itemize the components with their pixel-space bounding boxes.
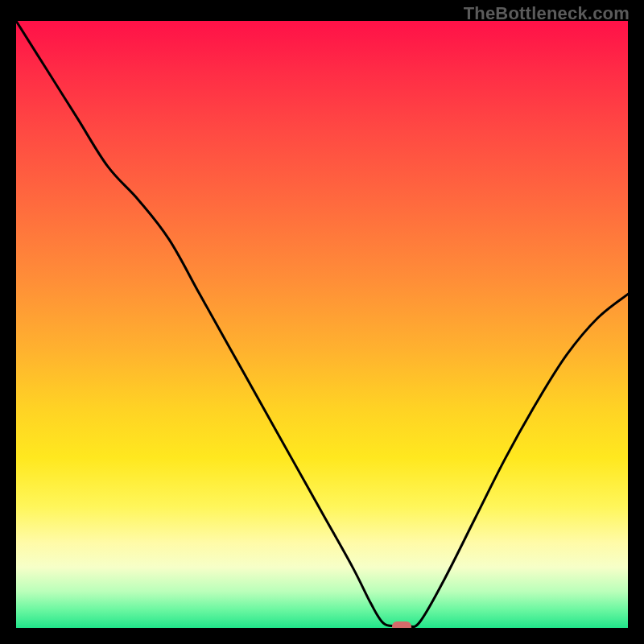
bottleneck-curve [16,21,628,628]
plot-area [16,21,628,628]
optimal-point-marker [392,621,411,628]
watermark-text: TheBottleneck.com [464,3,630,24]
chart-frame: TheBottleneck.com [0,0,644,644]
